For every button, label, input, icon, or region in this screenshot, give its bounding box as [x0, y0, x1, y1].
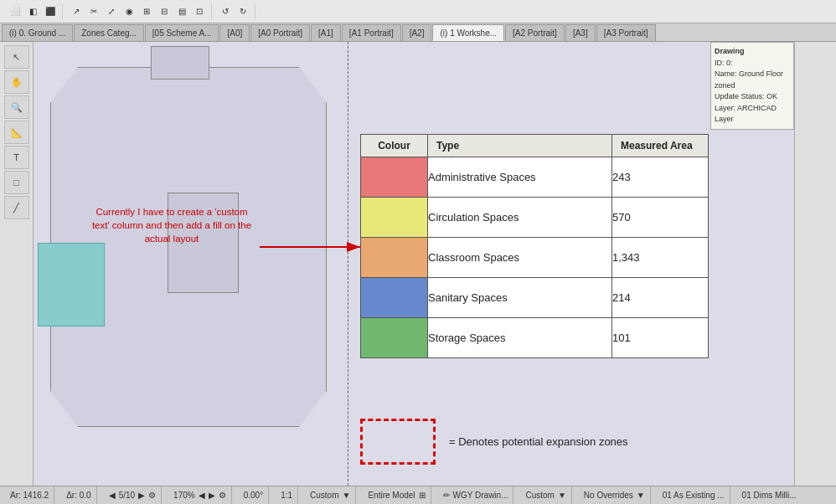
zone-table: Colour Type Measured Area Administrative… [360, 134, 709, 358]
status-dims[interactable]: 01 Dims Milli... [737, 486, 802, 504]
toolbar-btn-11[interactable]: ⊡ [191, 3, 208, 20]
tool-zoom[interactable]: 🔍 [4, 95, 29, 119]
toolbar-btn-4[interactable]: ↗ [68, 3, 85, 20]
mode1-label: Custom [310, 491, 338, 500]
toolbar-btn-7[interactable]: ◉ [121, 3, 137, 20]
info-title: Drawing [715, 46, 790, 58]
model-label: Entire Model [368, 491, 415, 500]
status-mode3[interactable]: Custom ▼ [520, 486, 571, 504]
page-indicator: 5/10 [119, 491, 135, 500]
zone-table-container: Colour Type Measured Area Administrative… [360, 134, 709, 358]
tool-line[interactable]: ╱ [4, 196, 29, 219]
type-cell-admin: Administrative Spaces [428, 157, 612, 198]
canvas-area[interactable]: Currently I have to create a 'custom tex… [34, 42, 794, 486]
tab-a1[interactable]: [A1] [311, 24, 341, 41]
tool-pan[interactable]: ✋ [4, 70, 29, 94]
coord2-label: Δr: 0.0 [66, 491, 90, 500]
tool-select[interactable]: ↖ [4, 45, 29, 69]
zoom-label: 170% [173, 491, 195, 500]
main-layout: ↖ ✋ 🔍 📐 T □ ╱ Currently I have to create… [0, 42, 836, 486]
color-cell-circ [361, 198, 428, 238]
expansion-label: = Denotes potential expansion zones [449, 435, 628, 448]
tab-a1p[interactable]: [A1 Portrait] [342, 24, 401, 41]
info-name: Name: Ground Floor zoned [715, 69, 790, 91]
tool-shape[interactable]: □ [4, 171, 29, 194]
color-cell-san [361, 278, 428, 318]
dashed-divider [348, 42, 348, 486]
nav-prev[interactable]: ◀ [109, 491, 116, 500]
tab-zones[interactable]: Zones Categ... [74, 24, 144, 41]
area-cell-stor: 101 [612, 318, 709, 358]
status-bar: Ar: 1416.2 Δr: 0.0 ◀ 5/10 ▶ ⚙ 170% ◀ ▶ ⚙… [0, 486, 836, 504]
area-cell-san: 214 [612, 278, 709, 318]
status-drawing[interactable]: ✏ WGY Drawin... [438, 486, 514, 504]
toolbar-btn-1[interactable]: ⬜ [7, 3, 23, 20]
toolbar-btn-3[interactable]: ⬛ [42, 3, 59, 20]
toolbar-btn-9[interactable]: ⊟ [156, 3, 173, 20]
table-row: Administrative Spaces 243 [361, 157, 709, 198]
info-layer: Layer: ARCHICAD Layer [715, 103, 790, 126]
left-sidebar: ↖ ✋ 🔍 📐 T □ ╱ [0, 42, 34, 486]
tab-a0p[interactable]: [A0 Portrait] [250, 24, 310, 41]
toolbar-btn-6[interactable]: ⤢ [103, 3, 120, 20]
annotation-text: Currently I have to create a 'custom tex… [88, 205, 255, 245]
toolbar-btn-8[interactable]: ⊞ [138, 3, 155, 20]
nav-settings[interactable]: ⚙ [148, 491, 156, 500]
model-icon[interactable]: ⊞ [419, 491, 426, 500]
tab-a3[interactable]: [A3] [565, 24, 596, 41]
toolbar-group-3: ↺ ↻ [214, 3, 255, 20]
col-header-area: Measured Area [612, 135, 709, 157]
drawing-icon: ✏ [443, 491, 450, 500]
mode3-arrow[interactable]: ▼ [558, 491, 566, 500]
tool-text[interactable]: T [4, 146, 29, 169]
col-header-type: Type [428, 135, 612, 157]
mode3-label: Custom [525, 491, 554, 500]
status-coord2: Δr: 0.0 [61, 486, 96, 504]
tab-a2p[interactable]: [A2 Portrait] [505, 24, 565, 41]
tab-a0[interactable]: [A0] [219, 24, 250, 41]
drawing-label: WGY Drawin... [453, 491, 508, 500]
status-existing[interactable]: 01 As Existing ... [658, 486, 730, 504]
toolbar-btn-12[interactable]: ↺ [217, 3, 234, 20]
tab-bar: (i) 0. Ground ... Zones Categ... [05 Sch… [0, 23, 836, 42]
zoom-settings[interactable]: ⚙ [219, 491, 226, 500]
col-header-colour: Colour [361, 135, 428, 157]
toolbar-btn-10[interactable]: ▤ [173, 3, 190, 20]
tab-a2[interactable]: [A2] [402, 24, 432, 41]
mode1-arrow[interactable]: ▼ [343, 491, 351, 500]
tab-a3p[interactable]: [A3 Portrait] [596, 24, 656, 41]
unit-label: 1:1 [281, 491, 292, 500]
area-cell-admin: 243 [612, 157, 709, 198]
tool-measure[interactable]: 📐 [4, 121, 29, 144]
toolbar-btn-5[interactable]: ✂ [85, 3, 102, 20]
toolbar-group-2: ↗ ✂ ⤢ ◉ ⊞ ⊟ ▤ ⊡ [65, 3, 212, 20]
nav-next[interactable]: ▶ [138, 491, 145, 500]
overrides-arrow[interactable]: ▼ [637, 491, 645, 500]
expansion-zone: = Denotes potential expansion zones [360, 419, 628, 465]
angle-label: 0.00° [244, 491, 263, 500]
zoom-decrease[interactable]: ◀ [199, 491, 205, 500]
color-cell-admin [361, 157, 428, 198]
tab-ground[interactable]: (i) 0. Ground ... [2, 24, 73, 41]
info-id: ID: 0: [715, 58, 790, 69]
info-update: Update Status: OK [715, 91, 790, 103]
toolbar-btn-13[interactable]: ↻ [235, 3, 251, 20]
status-zoom: 170% ◀ ▶ ⚙ [168, 486, 232, 504]
type-cell-circ: Circulation Spaces [428, 198, 612, 238]
status-model[interactable]: Entire Model ⊞ [363, 486, 431, 504]
right-sidebar [794, 42, 836, 486]
status-mode1[interactable]: Custom ▼ [305, 486, 356, 504]
table-row: Sanitary Spaces 214 [361, 278, 709, 318]
color-cell-stor [361, 318, 428, 358]
status-nav[interactable]: ◀ 5/10 ▶ ⚙ [104, 486, 162, 504]
tab-scheme[interactable]: [05 Scheme A... [145, 24, 219, 41]
tab-worksheet[interactable]: (i) 1 Workshe... [432, 24, 504, 41]
color-cell-class [361, 238, 428, 278]
dashed-expansion-box [360, 419, 436, 465]
zoom-increase[interactable]: ▶ [209, 491, 215, 500]
toolbar-btn-2[interactable]: ◧ [24, 3, 41, 20]
toolbar-group-1: ⬜ ◧ ⬛ [3, 3, 63, 20]
table-row: Classroom Spaces 1,343 [361, 238, 709, 278]
status-overrides[interactable]: No Overrides ▼ [579, 486, 651, 504]
table-row: Circulation Spaces 570 [361, 198, 709, 238]
